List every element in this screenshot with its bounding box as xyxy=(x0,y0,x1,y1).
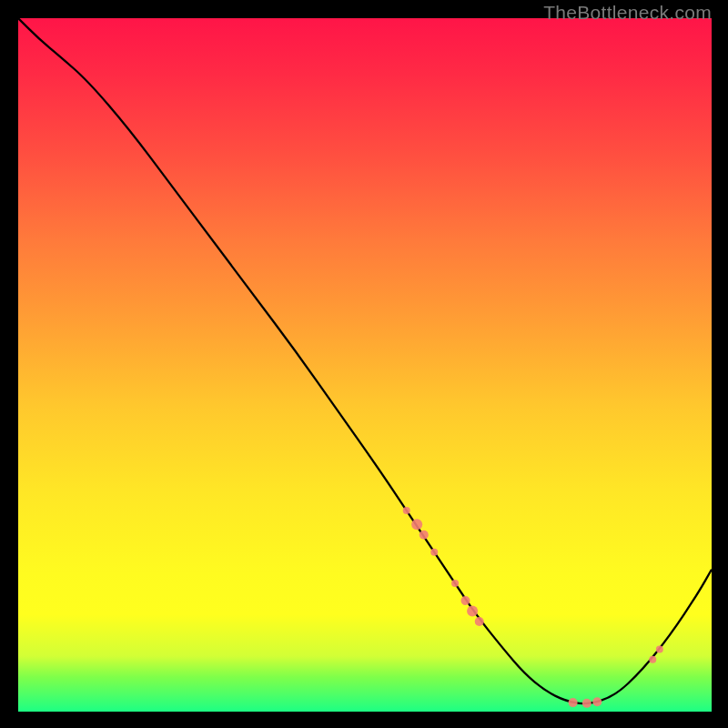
data-marker xyxy=(403,507,410,514)
watermark-text: TheBottleneck.com xyxy=(543,2,712,24)
data-marker xyxy=(451,580,459,587)
data-marker xyxy=(420,531,429,540)
data-marker xyxy=(649,656,656,663)
data-marker xyxy=(582,699,592,708)
data-marker xyxy=(460,596,470,605)
data-marker xyxy=(475,617,484,626)
data-marker xyxy=(430,549,438,556)
curve-svg xyxy=(18,18,712,712)
data-marker xyxy=(569,698,578,707)
data-marker xyxy=(467,606,478,617)
data-marker xyxy=(656,645,663,652)
plot-area xyxy=(18,18,712,712)
data-marker xyxy=(411,519,422,530)
data-marker xyxy=(592,697,602,706)
bottleneck-curve xyxy=(18,18,712,703)
